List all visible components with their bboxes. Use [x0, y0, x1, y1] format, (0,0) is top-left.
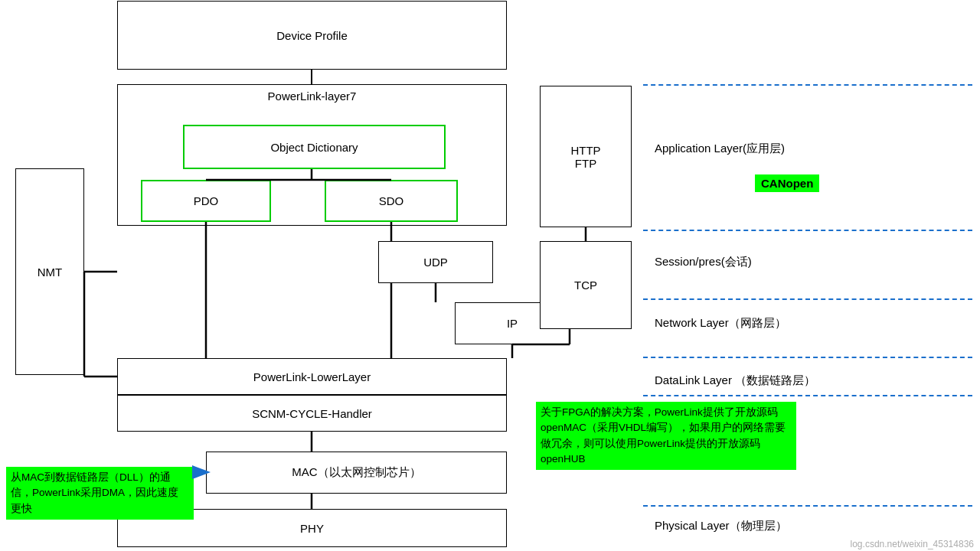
dashed-line-session: [643, 298, 972, 300]
datalink-layer-label: DataLink Layer （数据链路层）: [655, 373, 815, 388]
udp-label: UDP: [423, 256, 448, 269]
canopen-badge: CANopen: [755, 174, 819, 192]
physical-layer-label: Physical Layer（物理层）: [655, 519, 787, 533]
mac-box: MAC（以太网控制芯片）: [206, 452, 507, 494]
pl-lower-label: PowerLink-LowerLayer: [253, 370, 371, 383]
dashed-line-network: [643, 357, 972, 358]
device-profile-box: Device Profile: [117, 1, 507, 70]
phy-label: PHY: [300, 522, 324, 535]
http-ftp-box: HTTP FTP: [540, 86, 632, 227]
nmt-label: NMT: [38, 266, 63, 279]
network-layer-label: Network Layer（网路层）: [655, 316, 786, 331]
object-dict-label: Object Dictionary: [270, 141, 358, 154]
mac-annotation: 从MAC到数据链路层（DLL）的通信，PowerLink采用DMA，因此速度更快: [6, 467, 194, 520]
object-dict-box: Object Dictionary: [183, 125, 446, 169]
pdo-box: PDO: [141, 180, 271, 222]
dashed-line-app-top: [643, 84, 972, 86]
http-ftp-label: HTTP FTP: [570, 144, 600, 170]
tcp-box: TCP: [540, 241, 632, 329]
tcp-label: TCP: [574, 279, 597, 292]
scnm-box: SCNM-CYCLE-Handler: [117, 395, 507, 432]
udp-box: UDP: [378, 241, 493, 283]
sdo-box: SDO: [325, 180, 458, 222]
fpga-annotation: 关于FPGA的解决方案，PowerLink提供了开放源码openMAC（采用VH…: [536, 402, 796, 470]
pl-lower-box: PowerLink-LowerLayer: [117, 358, 507, 395]
pl-layer7-label: PowerLink-layer7: [126, 90, 498, 103]
watermark: log.csdn.net/weixin_45314836: [851, 539, 974, 549]
scnm-label: SCNM-CYCLE-Handler: [252, 407, 372, 420]
dashed-line-app-bottom: [643, 230, 972, 231]
app-layer-label: Application Layer(应用层): [655, 142, 785, 156]
ip-label: IP: [507, 317, 518, 330]
dashed-line-physical: [643, 505, 972, 507]
pdo-label: PDO: [194, 194, 219, 207]
nmt-box: NMT: [15, 168, 84, 375]
mac-label: MAC（以太网控制芯片）: [292, 465, 420, 480]
session-layer-label: Session/pres(会话): [655, 255, 752, 269]
sdo-label: SDO: [379, 194, 404, 207]
device-profile-label: Device Profile: [276, 29, 348, 42]
diagram-area: Device Profile PowerLink-layer7 Object D…: [0, 0, 980, 551]
dashed-line-datalink: [643, 395, 972, 396]
